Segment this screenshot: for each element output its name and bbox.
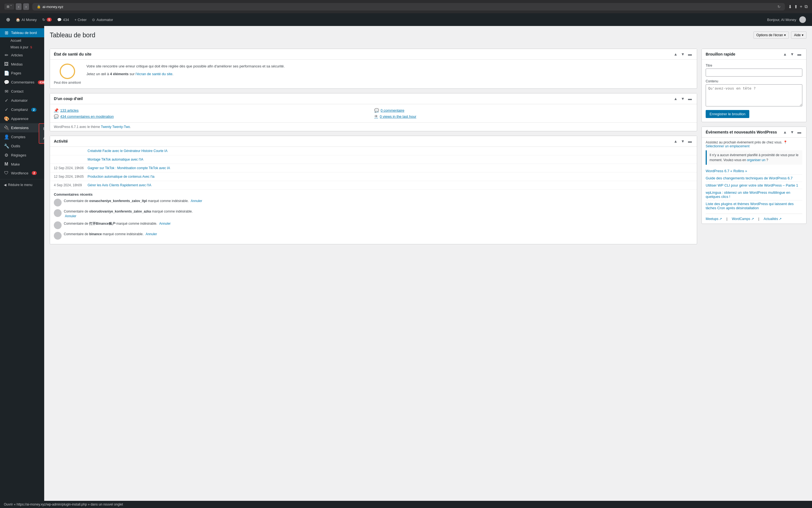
sidebar-item-make[interactable]: M Make bbox=[0, 160, 44, 169]
activity-widget: Activité ▲ ▼ ▬ Créativité Facile avec le… bbox=[50, 136, 697, 244]
site-health-collapse-down[interactable]: ▼ bbox=[680, 52, 686, 57]
news-link-2[interactable]: Utiliser WP CLI pour gérer votre site Wo… bbox=[706, 183, 798, 187]
create-label: + Créer bbox=[75, 18, 87, 22]
share-button[interactable]: ⬆ bbox=[794, 4, 798, 9]
sidebar-item-extensions[interactable]: 🔌 Extensions bbox=[0, 123, 44, 132]
health-status-label: Peut être amélioré bbox=[54, 81, 81, 85]
updates-item[interactable]: ↻ 5 bbox=[40, 13, 54, 26]
quick-draft-collapse-down[interactable]: ▼ bbox=[789, 52, 795, 57]
activity-close[interactable]: ▬ bbox=[687, 139, 693, 144]
activity-link-3[interactable]: Production automatique de contenus Avec … bbox=[88, 175, 154, 178]
site-health-collapse-up[interactable]: ▲ bbox=[672, 52, 679, 57]
sidebar-item-articles[interactable]: ✏ Articles bbox=[0, 51, 44, 60]
window-button[interactable]: ⧉ bbox=[805, 4, 808, 9]
glance-item-moderation[interactable]: 💬 434 commentaires en modération bbox=[54, 114, 373, 119]
news-link-3[interactable]: wpLingua : obtenez un site WordPress mul… bbox=[706, 190, 790, 199]
comment-annuler-3[interactable]: Annuler bbox=[146, 232, 157, 236]
screen-options-button[interactable]: Options de l'écran ▾ bbox=[754, 32, 789, 39]
forward-button[interactable]: › bbox=[23, 3, 29, 10]
help-button[interactable]: Aide ▾ bbox=[791, 32, 807, 39]
quick-draft-close[interactable]: ▬ bbox=[796, 52, 802, 57]
activity-link-2[interactable]: Gagner sur TikTok : Monétisation compte … bbox=[88, 166, 170, 170]
comment-annuler-2[interactable]: Annuler bbox=[159, 222, 171, 225]
comment-avatar-1 bbox=[54, 209, 61, 217]
sidebar-sub-mises-a-jour[interactable]: Mises à jour 5 bbox=[0, 44, 44, 51]
site-health-close[interactable]: ▬ bbox=[687, 52, 693, 57]
wordfence-label: Wordfence bbox=[11, 171, 29, 175]
draft-title-input[interactable] bbox=[706, 69, 802, 77]
news-collapse-down[interactable]: ▼ bbox=[789, 130, 795, 135]
news-collapse-up[interactable]: ▲ bbox=[782, 130, 788, 135]
url-bar[interactable]: 🔒 ai-money.xyz ↻ bbox=[32, 3, 785, 10]
draft-save-button[interactable]: Enregistrer le brouillon bbox=[706, 110, 749, 118]
status-bar: Ouvrir « https://ai-money.xyz/wp-admin/p… bbox=[0, 501, 812, 508]
wp-logo-item[interactable]: ⊕ bbox=[3, 13, 13, 26]
sidebar-item-automator[interactable]: ✓ Automator bbox=[0, 96, 44, 105]
news-organise-link[interactable]: organiser un bbox=[747, 158, 765, 162]
draft-content-textarea[interactable] bbox=[706, 84, 802, 107]
news-footer-meetups[interactable]: Meetups ↗ bbox=[706, 217, 722, 221]
sidebar-item-comptes[interactable]: 👤 Comptes bbox=[0, 132, 44, 141]
browser-actions: ⬇ ⬆ + ⧉ bbox=[788, 4, 808, 9]
comments-item[interactable]: 💬 434 bbox=[54, 13, 72, 26]
site-name-item[interactable]: 🏠 AI Money bbox=[13, 13, 40, 26]
quick-draft-collapse-up[interactable]: ▲ bbox=[782, 52, 788, 57]
reduce-menu-item[interactable]: ◀ Réduire le menu bbox=[0, 181, 44, 189]
sidebar-item-reglages[interactable]: ⚙ Réglages bbox=[0, 151, 44, 160]
health-cta-suffix: sur bbox=[130, 72, 136, 76]
news-item-0: WordPress 6.7 « Rollins » bbox=[706, 168, 802, 175]
theme-link[interactable]: Twenty Twenty-Two bbox=[101, 125, 130, 129]
download-button[interactable]: ⬇ bbox=[788, 4, 792, 9]
glance-item-commentaires[interactable]: 💬 0 commentaire bbox=[374, 108, 693, 113]
site-health-title: État de santé du site bbox=[54, 52, 672, 56]
sidebar-item-apparence[interactable]: 🎨 Apparence bbox=[0, 114, 44, 123]
back-button[interactable]: ‹ bbox=[16, 3, 21, 10]
glance-item-views[interactable]: 👁 0 views in the last hour bbox=[374, 114, 693, 119]
news-footer-wordcamps[interactable]: WordCamps ↗ bbox=[732, 217, 754, 221]
quick-draft-header: Brouillon rapide ▲ ▼ ▬ bbox=[702, 49, 806, 60]
sidebar-toggle-button[interactable]: ⊞ ˅ bbox=[4, 4, 14, 10]
glance-close[interactable]: ▬ bbox=[687, 96, 693, 101]
new-tab-button[interactable]: + bbox=[800, 4, 802, 9]
activity-link-0[interactable]: Créativité Facile avec le Générateur His… bbox=[88, 149, 168, 153]
ajouter-extension-item[interactable]: Ajouter une extension bbox=[39, 133, 44, 143]
medias-label: Médias bbox=[11, 62, 22, 66]
sidebar-item-commentaires[interactable]: 💬 Commentaires 434 bbox=[0, 78, 44, 87]
create-item[interactable]: + Créer bbox=[72, 13, 90, 26]
sidebar-item-wordfence[interactable]: 🛡 Wordfence 2 bbox=[0, 169, 44, 177]
news-link-0[interactable]: WordPress 6.7 « Rollins » bbox=[706, 169, 747, 173]
comment-annuler-0[interactable]: Annuler bbox=[191, 199, 202, 203]
wp-logo-icon: ⊕ bbox=[6, 16, 10, 23]
comment-text-2: Commentaire de 打开Binance账户 marqué comme … bbox=[64, 221, 171, 226]
sidebar-sub-accueil[interactable]: Accueil bbox=[0, 37, 44, 44]
health-link[interactable]: l'écran de santé du site bbox=[136, 72, 172, 76]
activity-date-4: 4 Sep 2024, 18h09 bbox=[54, 183, 84, 187]
news-location-link[interactable]: Sélectionner un emplacement bbox=[706, 144, 750, 148]
glance-item-articles[interactable]: 📌 133 articles bbox=[54, 108, 373, 113]
extensions-installees-item[interactable]: Extensions installées bbox=[39, 124, 44, 133]
sidebar-item-tableau-de-bord[interactable]: ⊞ Tableau de bord bbox=[0, 28, 44, 37]
activity-link-1[interactable]: Montage TikTok automatique avec l'IA bbox=[88, 158, 143, 161]
news-footer: Meetups ↗ | WordCamps ↗ | Actualités ↗ bbox=[706, 214, 802, 221]
news-close[interactable]: ▬ bbox=[796, 130, 802, 135]
greeting-item[interactable]: Bonjour, AI Money bbox=[764, 13, 809, 26]
news-link-4[interactable]: Liste des plugins et thèmes WordPress qu… bbox=[706, 202, 794, 210]
news-link-1[interactable]: Guide des changements techniques de Word… bbox=[706, 176, 793, 180]
reload-button[interactable]: ↻ bbox=[777, 5, 780, 9]
comment-annuler-1[interactable]: Annuler bbox=[65, 214, 76, 218]
activity-collapse-down[interactable]: ▼ bbox=[680, 139, 686, 144]
sidebar-item-complianz[interactable]: ✓ Complianz 2 bbox=[0, 105, 44, 114]
sidebar-item-pages[interactable]: 📄 Pages bbox=[0, 69, 44, 78]
sidebar-item-contact[interactable]: ✉ Contact bbox=[0, 87, 44, 96]
glance-collapse-down[interactable]: ▼ bbox=[680, 96, 686, 101]
sidebar-item-outils[interactable]: 🔧 Outils bbox=[0, 141, 44, 151]
activity-date-3: 12 Sep 2024, 19h05 bbox=[54, 175, 84, 178]
automator-item[interactable]: ⊙ Automator bbox=[89, 13, 116, 26]
news-footer-actualites[interactable]: Actualités ↗ bbox=[764, 217, 781, 221]
activity-link-4[interactable]: Gérer les Avis Clients Rapidement avec l… bbox=[88, 183, 151, 187]
activity-collapse-up[interactable]: ▲ bbox=[672, 139, 679, 144]
glance-collapse-up[interactable]: ▲ bbox=[672, 96, 679, 101]
sidebar-item-medias[interactable]: 🖼 Médias bbox=[0, 60, 44, 69]
complianz-badge: 2 bbox=[31, 108, 36, 112]
news-location-icon: 📍 bbox=[783, 140, 787, 144]
